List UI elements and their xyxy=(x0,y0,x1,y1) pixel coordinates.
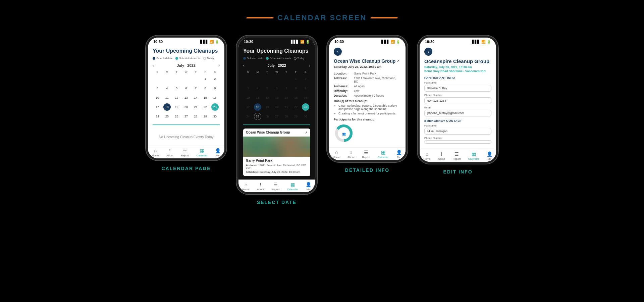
phone-input-2[interactable] xyxy=(424,140,491,144)
me-icon-4: 👤 xyxy=(487,151,492,157)
nav-me-3[interactable]: 👤 Me xyxy=(396,150,402,159)
nav-bar-3: ⌂ Home ! About ☰ Report ▦ Calendar 👤 xyxy=(329,147,406,160)
nav-about-1[interactable]: ! About xyxy=(166,148,173,157)
nav-calendar-2[interactable]: ▦ Calendar xyxy=(287,182,298,191)
nav-home-4[interactable]: ⌂ Home xyxy=(423,151,430,160)
legend-dot-selected-2 xyxy=(243,57,246,60)
nav-home-label-4: Home xyxy=(423,157,430,160)
back-button-4[interactable]: ‹ xyxy=(424,48,432,56)
nav-me-label-3: Me xyxy=(397,156,401,159)
info-address-3: Address: 12011 Seventh Ave, Richmond, BC xyxy=(334,77,401,83)
wifi-icon-4: 📶 xyxy=(481,40,485,44)
status-icons-4: ▋▋▋ 📶 🔋 xyxy=(472,40,491,44)
cal2-th-t2: T xyxy=(281,70,291,74)
event-datetime-3: Saturday, July 25, 2022, 10:30 am xyxy=(334,65,401,68)
battery-icon-3: 🔋 xyxy=(396,40,400,44)
about-icon-1: ! xyxy=(169,148,171,153)
nav-report-3[interactable]: ☰ Report xyxy=(362,150,370,159)
nav-me-4[interactable]: 👤 Me xyxy=(487,151,492,160)
wifi-icon-2: 📶 xyxy=(300,40,304,44)
cal-week-2: 3 4 5 6 7 8 9 xyxy=(153,84,220,93)
calendar-grid-1: S M T W T F S xyxy=(153,70,220,121)
fullname-label-1: Full Name xyxy=(424,81,491,84)
cal-day-2[interactable]: 2 xyxy=(210,74,220,84)
page-header: CALENDAR SCREEN xyxy=(247,13,397,22)
cal-prev-2[interactable]: ‹ xyxy=(243,63,245,68)
cal2-week-5: 24 25 26 27 28 29 30 xyxy=(243,112,310,121)
difficulty-label-3: Difficulty: xyxy=(334,89,354,93)
info-audience-3: Audience: All ages xyxy=(334,85,401,88)
phone-content-1: Your Upcoming Cleanups Selected date Sch… xyxy=(148,44,224,146)
email-label-1: Email xyxy=(424,106,491,109)
nav-report-1[interactable]: ☰ Report xyxy=(181,148,189,157)
page-title: CALENDAR SCREEN xyxy=(277,13,367,22)
phone-input-1[interactable]: 604-123-1234 xyxy=(424,97,491,104)
nav-report-4[interactable]: ☰ Report xyxy=(452,151,461,160)
nav-report-2[interactable]: ☰ Report xyxy=(271,182,279,191)
legend-item-scheduled: Scheduled events xyxy=(175,57,201,60)
cal2-week-3: 10 11 12 13 14 15 16 xyxy=(243,93,310,102)
cal-th-t2: T xyxy=(191,70,201,74)
address-value-3: 12011 Seventh Ave, Richmond, BC xyxy=(354,77,401,83)
wifi-icon-3: 📶 xyxy=(391,40,395,44)
battery-icon-2: 🔋 xyxy=(306,40,310,44)
nav-about-3[interactable]: ! About xyxy=(347,150,355,159)
nav-about-2[interactable]: ! About xyxy=(257,182,264,191)
nav-home-1[interactable]: ⌂ Home xyxy=(152,148,159,157)
phone-label-3: DETAILED INFO xyxy=(345,167,389,173)
cal-prev-1[interactable]: ‹ xyxy=(153,63,154,68)
legend-label-selected-2: Selected date xyxy=(247,57,263,60)
cal-day-empty xyxy=(172,74,181,84)
legend-dot-scheduled xyxy=(175,57,178,60)
goals-title-3: Goal(s) of this cleanup: xyxy=(334,99,401,103)
legend-label-scheduled-2: Scheduled events xyxy=(270,57,291,60)
back-button-3[interactable]: ‹ xyxy=(334,48,342,56)
event-address-2: Address: 12011 Seventh Ave, Richmond, BC… xyxy=(246,164,308,170)
nav-calendar-4[interactable]: ▦ Calendar xyxy=(468,151,479,160)
cal-day-empty xyxy=(153,74,162,84)
cal-next-1[interactable]: › xyxy=(218,63,220,68)
phone-wrapper-edit: 10:30 ▋▋▋ 📶 🔋 ‹ Oceanspire Cleanup Group… xyxy=(418,36,498,174)
cal2-th-f: F xyxy=(291,70,301,74)
event-img-inner-2 xyxy=(243,137,310,157)
email-input-1[interactable]: phoebe_buffay@gmail.com xyxy=(424,110,491,116)
phone-wrapper-detail: 10:30 ▋▋▋ 📶 🔋 ‹ Ocean Wise Cleanup Group… xyxy=(327,36,408,173)
nav-calendar-1[interactable]: ▦ Calendar xyxy=(197,148,207,157)
ext-link-icon-3[interactable]: ↗ xyxy=(397,59,399,63)
nav-calendar-3[interactable]: ▦ Calendar xyxy=(378,150,388,159)
address-label-3: Address: xyxy=(334,77,354,83)
nav-home-2[interactable]: ⌂ Home xyxy=(242,182,249,191)
nav-about-label-3: About xyxy=(347,156,355,159)
fullname-input-2[interactable]: Mike Hannigan xyxy=(424,128,491,135)
nav-home-3[interactable]: ⌂ Home xyxy=(333,150,340,159)
legend-dot-selected xyxy=(153,57,155,60)
nav-about-4[interactable]: ! About xyxy=(438,151,445,160)
phone-calendar: 10:30 ▋▋▋ 📶 🔋 Your Upcoming Cleanups Sel… xyxy=(146,36,226,160)
calendar-icon-2: ▦ xyxy=(290,182,295,187)
status-icons-3: ▋▋▋ 📶 🔋 xyxy=(381,40,400,44)
svg-text:👥: 👥 xyxy=(342,132,346,136)
legend-item-today-2: Today xyxy=(294,57,305,60)
cal-day-1[interactable]: 1 xyxy=(201,74,210,84)
legend-label-today-2: Today xyxy=(298,57,305,60)
nav-me-label-2: Me xyxy=(307,188,310,191)
audience-value-3: All ages xyxy=(354,85,365,88)
report-icon-3: ☰ xyxy=(364,150,368,155)
legend-item-selected-2: Selected date xyxy=(243,57,263,60)
fullname-input-1[interactable]: Phoebe Buffay xyxy=(424,85,491,92)
phone-content-3: ‹ Ocean Wise Cleanup Group ↗ Saturday, J… xyxy=(329,44,406,147)
wifi-icon-1: 📶 xyxy=(210,40,214,44)
phone-label-4: EDIT INFO xyxy=(443,169,472,174)
nav-me-2[interactable]: 👤 Me xyxy=(306,182,311,191)
cal2-th-m: M xyxy=(253,70,263,74)
cal-month-year-2: July 2022 xyxy=(267,63,286,67)
nav-me-1[interactable]: 👤 Me xyxy=(215,148,221,157)
ext-link-icon-2[interactable]: ↗ xyxy=(305,131,308,134)
legend-dot-today-2 xyxy=(294,57,297,60)
cal-month-year-1: July 2022 xyxy=(177,63,196,67)
nav-bar-2: ⌂ Home ! About ☰ Report ▦ Calendar 👤 xyxy=(238,180,315,192)
org-title-3: Ocean Wise Cleanup Group ↗ xyxy=(334,58,401,64)
cal-next-2[interactable]: › xyxy=(309,63,310,68)
cal2-week-2: 3 4 5 6 7 8 9 xyxy=(243,84,310,93)
phone-wrapper-calendar: 10:30 ▋▋▋ 📶 🔋 Your Upcoming Cleanups Sel… xyxy=(146,36,226,171)
